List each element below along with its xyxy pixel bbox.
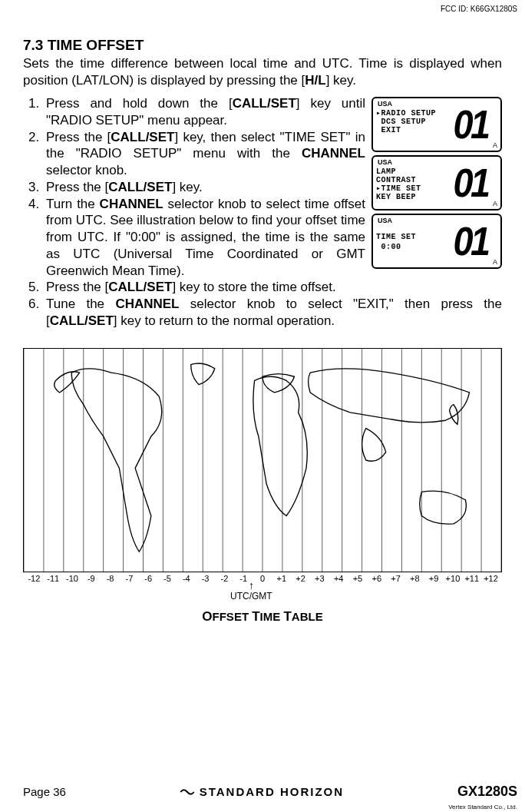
lcd-menu-text: LAMP CONTRAST ▸TIME SET KEY BEEP [376,167,421,201]
step-key: CALL/SET [108,280,172,294]
section-title: 7.3 TIME OFFSET [23,37,502,54]
step-key: CALL/SET [111,130,174,144]
tz-tick: -4 [177,574,196,583]
tz-tick: -9 [81,574,101,583]
lcd-line: 0:00 [376,243,401,251]
step-text: Press and hold down the [ [46,96,233,111]
tz-tick: -8 [101,574,120,583]
tz-tick: -3 [196,574,215,583]
step-text: Press the [ [46,180,108,194]
step-2: Press the [CALL/SET] key, then select "T… [43,129,365,179]
page-footer: Page 36 STANDARD HORIZON GX1280S [23,784,517,800]
step-6: Tune the CHANNEL selector knob to select… [43,296,502,330]
step-key: CALL/SET [108,180,172,194]
step-4: Turn the CHANNEL selector knob to select… [43,196,365,280]
intro-text-2: ] key. [326,73,356,88]
step-text: selector knob. [46,163,127,177]
tz-tick: +6 [367,574,386,583]
lcd-a-indicator: A [493,258,497,266]
brand-text: STANDARD HORIZON [200,785,344,798]
tz-tick: +1 [272,574,291,583]
step-text: ] key. [172,180,202,194]
lcd-line: LAMP [376,167,396,176]
lcd-line: EXIT [376,126,401,134]
lcd-screen-2: USA LAMP CONTRAST ▸TIME SET KEY BEEP 01 … [371,155,502,210]
brand-logo: STANDARD HORIZON [180,785,344,798]
step-3: Press the [CALL/SET] key. [43,179,365,196]
usa-label: USA [378,158,392,166]
step-1: Press and hold down the [CALL/SET] key u… [43,95,365,129]
tz-tick: -6 [139,574,158,583]
step-text: Press the [ [46,280,108,294]
lcd-line: ▸RADIO SETUP [376,109,436,118]
tz-tick: -10 [63,574,82,583]
steps-list-cont: Press the [CALL/SET] key to store the ti… [23,279,502,329]
steps-list: Press and hold down the [CALL/SET] key u… [23,95,365,279]
lcd-channel-number: 01 [454,160,488,206]
tz-tick: -2 [215,574,234,583]
intro-paragraph: Sets the time difference between local t… [23,55,502,89]
lcd-screens: USA ▸RADIO SETUP DCS SETUP EXIT 01 A USA… [371,95,502,279]
tz-tick: +9 [424,574,444,583]
tz-tick: +5 [348,574,368,583]
timezone-scale: -12 -11 -10 -9 -8 -7 -6 -5 -4 -3 -2 -1 0… [23,574,502,583]
step-text: ] key to return to the normal operation. [114,313,335,328]
offset-time-map: -12 -11 -10 -9 -8 -7 -6 -5 -4 -3 -2 -1 0… [23,348,502,625]
world-map-svg [24,349,501,572]
step-text: Tune the [46,297,115,311]
tz-tick: +8 [405,574,424,583]
step-key: CHANNEL [100,197,163,211]
step-5: Press the [CALL/SET] key to store the ti… [43,279,502,296]
tz-tick: -5 [158,574,177,583]
lcd-line: KEY BEEP [376,193,416,201]
tz-tick: -12 [25,574,44,583]
lcd-menu-text: ▸RADIO SETUP DCS SETUP EXIT [376,109,436,134]
lcd-channel-number: 01 [454,218,488,264]
usa-label: USA [378,217,392,224]
caption-text: FFSET [213,610,253,623]
utc-arrow-icon: ↑ [249,580,254,591]
tz-tick: +4 [329,574,348,583]
lcd-a-indicator: A [493,141,497,149]
step-key: CALL/SET [50,313,114,328]
lcd-line: TIME SET [376,233,416,241]
step-text: Turn the [46,197,100,211]
brand-icon [180,787,195,797]
step-text: ] key to store the time offset. [172,280,335,294]
usa-label: USA [378,100,392,108]
step-key: CHANNEL [302,146,365,161]
lcd-line: DCS SETUP [376,118,426,126]
tz-tick: +12 [481,574,500,583]
lcd-line: ▸TIME SET [376,184,421,193]
utc-label: UTC/GMT [230,591,272,602]
lcd-line: CONTRAST [376,176,416,184]
step-text: Press the [ [46,130,111,144]
tz-tick: -11 [44,574,63,583]
manufacturer: Vertex Standard Co., Ltd. [448,804,517,810]
fcc-id: FCC ID: K66GX1280S [441,5,517,13]
intro-text-1: Sets the time difference between local t… [23,56,502,88]
model-number: GX1280S [457,784,517,800]
step-key: CALL/SET [233,96,296,111]
lcd-channel-number: 01 [454,101,488,147]
lcd-a-indicator: A [493,200,497,207]
tz-tick: +2 [291,574,310,583]
tz-tick: +7 [386,574,405,583]
lcd-screen-1: USA ▸RADIO SETUP DCS SETUP EXIT 01 A [371,97,502,152]
tz-tick: +3 [310,574,329,583]
caption-text: ABLE [292,610,323,623]
tz-tick: +10 [444,574,463,583]
lcd-screen-3: USA TIME SET 0:00 01 A [371,214,502,269]
map-caption: OFFSET TIME TABLE [23,609,502,625]
world-map-box [23,348,502,572]
caption-text: IME [260,610,284,623]
tz-tick: 0 [253,574,272,583]
page-number: Page 36 [23,785,66,798]
tz-tick: -7 [120,574,139,583]
step-key: CHANNEL [115,297,179,311]
hl-key: H/L [305,73,325,88]
lcd-menu-text: TIME SET 0:00 [376,232,416,252]
tz-tick: +11 [462,574,481,583]
